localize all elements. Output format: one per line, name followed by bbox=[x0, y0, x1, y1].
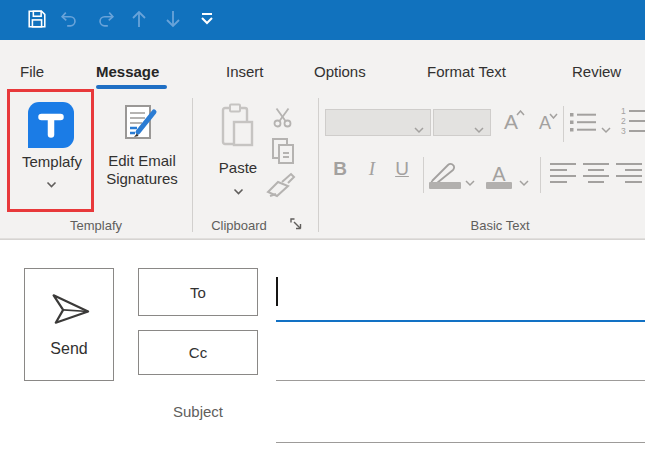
svg-text:3: 3 bbox=[621, 126, 626, 136]
chevron-down-icon bbox=[46, 177, 57, 192]
bold-button[interactable]: B bbox=[329, 160, 351, 178]
chevron-down-icon bbox=[601, 120, 611, 138]
chevron-down-icon bbox=[474, 120, 484, 138]
bullet-list-icon bbox=[569, 122, 597, 137]
text-caret bbox=[276, 277, 278, 306]
paste-button-label: Paste bbox=[210, 159, 266, 177]
templafy-button[interactable]: Templafy bbox=[10, 95, 94, 195]
format-painter-icon bbox=[264, 188, 298, 203]
align-right-button[interactable] bbox=[616, 162, 642, 186]
move-up-button[interactable] bbox=[128, 8, 150, 32]
grow-font-button[interactable]: A bbox=[497, 108, 525, 136]
tab-insert[interactable]: Insert bbox=[226, 63, 264, 81]
to-button[interactable]: To bbox=[138, 268, 258, 316]
cc-input[interactable] bbox=[276, 330, 645, 381]
tab-file[interactable]: File bbox=[20, 63, 44, 81]
customize-qat-icon bbox=[200, 12, 214, 28]
subject-field-underline bbox=[276, 442, 645, 443]
chevron-down-icon bbox=[465, 173, 475, 191]
small-divider bbox=[540, 157, 541, 193]
format-painter-button[interactable] bbox=[264, 170, 298, 200]
edit-email-signatures-icon bbox=[120, 104, 160, 146]
clipboard-dialog-launcher[interactable] bbox=[289, 218, 303, 232]
tab-format-text[interactable]: Format Text bbox=[427, 63, 506, 81]
align-left-button[interactable] bbox=[550, 162, 576, 186]
chevron-down-icon bbox=[414, 120, 424, 138]
save-icon bbox=[26, 8, 48, 33]
align-right-icon bbox=[616, 172, 642, 187]
edit-email-signatures-label-line1: Edit Email bbox=[98, 152, 186, 170]
chevron-up-icon bbox=[516, 110, 525, 116]
send-button[interactable]: Send bbox=[24, 268, 114, 381]
group-divider bbox=[192, 98, 193, 232]
cc-button[interactable]: Cc bbox=[138, 330, 258, 375]
undo-icon bbox=[58, 8, 80, 33]
group-divider bbox=[318, 98, 319, 232]
align-left-icon bbox=[550, 172, 576, 187]
font-name-combobox[interactable] bbox=[325, 109, 431, 136]
cc-field-underline bbox=[276, 380, 645, 381]
move-down-button[interactable] bbox=[162, 8, 184, 32]
chevron-down-icon bbox=[233, 184, 244, 199]
scissors-icon bbox=[271, 117, 295, 132]
dialog-launcher-icon bbox=[290, 218, 302, 233]
down-arrow-icon bbox=[163, 8, 183, 33]
highlight-color-bar bbox=[429, 182, 461, 189]
send-icon bbox=[42, 288, 96, 334]
templafy-group-label: Templafy bbox=[10, 218, 182, 233]
up-arrow-icon bbox=[129, 8, 149, 33]
clipboard-group-label: Clipboard bbox=[198, 218, 280, 233]
tab-message[interactable]: Message bbox=[96, 63, 159, 81]
tab-review[interactable]: Review bbox=[572, 63, 621, 81]
font-color-bar bbox=[486, 182, 512, 189]
tab-options[interactable]: Options bbox=[314, 63, 366, 81]
chevron-down-icon bbox=[549, 113, 558, 119]
subject-label: Subject bbox=[138, 403, 258, 420]
copy-icon bbox=[270, 154, 298, 169]
active-tab-underline bbox=[96, 85, 167, 89]
align-center-button[interactable] bbox=[583, 162, 609, 186]
small-divider bbox=[423, 157, 424, 193]
save-button[interactable] bbox=[24, 7, 50, 33]
edit-email-signatures-label-line2: Signatures bbox=[98, 170, 186, 188]
chevron-down-icon bbox=[519, 173, 529, 191]
italic-button[interactable]: I bbox=[364, 160, 380, 178]
text-highlight-color-button[interactable] bbox=[428, 157, 462, 191]
to-field-underline bbox=[276, 320, 645, 322]
underline-button[interactable]: U bbox=[392, 160, 412, 178]
font-size-combobox[interactable] bbox=[433, 109, 491, 136]
basic-text-group-label: Basic Text bbox=[440, 218, 560, 233]
small-divider bbox=[563, 106, 564, 142]
svg-text:2: 2 bbox=[621, 116, 626, 126]
numbered-list-icon: 1 2 3 bbox=[621, 124, 645, 139]
redo-button[interactable] bbox=[94, 8, 118, 32]
edit-email-signatures-button[interactable]: Edit Email Signatures bbox=[98, 95, 186, 195]
customize-quick-access-toolbar-button[interactable] bbox=[198, 11, 216, 29]
subject-input[interactable] bbox=[276, 392, 645, 443]
send-button-label: Send bbox=[50, 340, 87, 358]
font-color-button[interactable]: A bbox=[486, 157, 512, 191]
paste-icon bbox=[219, 103, 257, 149]
to-input[interactable] bbox=[276, 266, 645, 322]
templafy-button-label: Templafy bbox=[10, 153, 94, 171]
svg-text:1: 1 bbox=[621, 106, 626, 116]
copy-button[interactable] bbox=[270, 136, 298, 166]
redo-icon bbox=[95, 8, 117, 33]
undo-button[interactable] bbox=[57, 8, 81, 32]
outlook-compose-window: File Message Insert Options Format Text … bbox=[0, 0, 645, 458]
bullets-button[interactable] bbox=[569, 111, 597, 135]
shrink-font-button[interactable]: A bbox=[532, 110, 558, 136]
align-center-icon bbox=[583, 172, 609, 187]
numbering-button[interactable]: 1 2 3 bbox=[621, 106, 645, 138]
cut-button[interactable] bbox=[270, 105, 296, 131]
paste-button[interactable]: Paste bbox=[210, 95, 266, 197]
templafy-icon bbox=[28, 102, 74, 148]
